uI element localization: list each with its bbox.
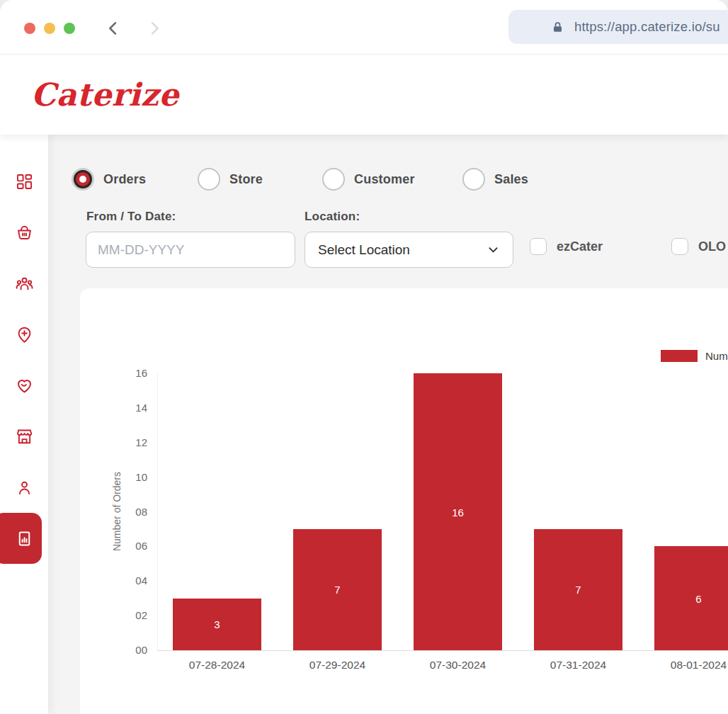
radio-label: Store xyxy=(229,172,263,187)
maximize-window-icon[interactable] xyxy=(64,23,75,34)
radio-sales[interactable]: Sales xyxy=(462,168,528,191)
sidebar-item-locations[interactable] xyxy=(0,309,48,360)
y-axis-tick-label: 04 xyxy=(135,574,147,587)
legend-swatch xyxy=(661,350,698,362)
location-label: Location: xyxy=(305,210,360,224)
app-header: Caterize xyxy=(0,54,728,135)
y-axis-tick-label: 14 xyxy=(135,402,147,414)
legend-label: Number of Orders xyxy=(705,350,728,362)
date-range-input[interactable] xyxy=(86,232,295,268)
y-axis-title: Number of Orders xyxy=(111,472,123,551)
sidebar-item-customers[interactable] xyxy=(0,258,48,309)
checkbox-label: OLO xyxy=(698,239,726,254)
radio-label: Sales xyxy=(494,172,528,187)
browser-bar: https://app.caterize.io/su xyxy=(0,0,728,55)
x-axis-tick-label: 07-29-2024 xyxy=(309,659,365,672)
date-range-label: From / To Date: xyxy=(86,210,176,224)
y-axis-tick-label: 06 xyxy=(135,540,147,552)
x-axis-tick-label: 07-30-2024 xyxy=(430,659,486,672)
favorites-icon xyxy=(15,376,34,395)
profile-icon xyxy=(15,478,34,497)
bar-07-30-2024[interactable]: 16 xyxy=(414,373,502,650)
back-button[interactable] xyxy=(103,18,123,38)
radio-label: Customer xyxy=(354,172,415,187)
sidebar-item-store[interactable] xyxy=(0,411,48,462)
lock-icon xyxy=(551,21,564,34)
sidebar-item-dashboard[interactable] xyxy=(0,156,48,207)
bar-value-label: 7 xyxy=(575,584,581,596)
radio-circle xyxy=(198,168,220,191)
chevron-left-icon xyxy=(103,18,123,38)
chevron-down-icon xyxy=(487,243,500,256)
x-axis-tick-label: 07-31-2024 xyxy=(550,659,606,672)
store-icon xyxy=(15,427,34,446)
bar-value-label: 16 xyxy=(452,506,464,518)
y-axis-tick-label: 00 xyxy=(135,644,147,657)
checkbox-label: ezCater xyxy=(557,239,603,254)
radio-circle xyxy=(462,168,485,191)
location-add-icon xyxy=(15,325,34,344)
x-axis-tick-label: 08-01-2024 xyxy=(671,659,727,672)
checkbox-box xyxy=(530,238,547,255)
sidebar-item-orders[interactable] xyxy=(0,207,48,258)
bar-value-label: 6 xyxy=(695,592,701,604)
chart-legend: Number of Orders xyxy=(661,350,728,362)
reports-icon xyxy=(15,529,34,548)
y-axis-tick-label: 12 xyxy=(135,436,147,449)
caterize-logo[interactable]: Caterize xyxy=(31,76,179,113)
y-axis-tick-label: 10 xyxy=(135,471,147,484)
close-window-icon[interactable] xyxy=(24,23,35,34)
y-axis-tick-label: 16 xyxy=(135,367,147,380)
radio-circle xyxy=(72,168,94,191)
bar-07-31-2024[interactable]: 7 xyxy=(534,529,622,650)
bar-07-29-2024[interactable]: 7 xyxy=(293,529,382,650)
radio-orders[interactable]: Orders xyxy=(72,168,146,191)
sidebar-item-profile[interactable] xyxy=(0,462,48,513)
orders-chart-card: Number of Orders Number of Orders 307-28… xyxy=(80,288,728,714)
dashboard-icon xyxy=(15,172,34,191)
radio-store[interactable]: Store xyxy=(198,168,263,191)
y-axis-tick-label: 08 xyxy=(135,506,147,518)
bar-plot: 307-28-2024707-29-20241607-30-2024707-31… xyxy=(157,373,728,651)
sidebar-item-favorites[interactable] xyxy=(0,360,48,411)
sidebar xyxy=(0,135,48,714)
customers-icon xyxy=(15,274,34,293)
app-window: https://app.caterize.io/su Caterize xyxy=(0,0,728,714)
bar-value-label: 7 xyxy=(334,584,340,596)
bar-value-label: 3 xyxy=(214,618,220,630)
basket-icon xyxy=(15,223,34,242)
checkbox-olo[interactable]: OLO xyxy=(671,238,726,255)
bar-08-01-2024[interactable]: 6 xyxy=(654,546,728,650)
radio-circle xyxy=(322,168,345,191)
x-axis-tick-label: 07-28-2024 xyxy=(189,659,245,672)
bar-07-28-2024[interactable]: 3 xyxy=(173,599,261,650)
minimize-window-icon[interactable] xyxy=(44,23,55,34)
location-select-value: Select Location xyxy=(318,242,410,258)
url-text: https://app.caterize.io/su xyxy=(574,19,720,35)
sidebar-item-reports[interactable] xyxy=(0,513,48,564)
checkbox-ezcater[interactable]: ezCater xyxy=(530,238,603,255)
checkbox-box xyxy=(671,238,688,255)
chevron-right-icon xyxy=(144,18,164,38)
address-bar[interactable]: https://app.caterize.io/su xyxy=(508,10,728,44)
y-axis-tick-label: 02 xyxy=(135,609,147,622)
forward-button[interactable] xyxy=(144,18,164,38)
location-select[interactable]: Select Location xyxy=(305,232,513,268)
radio-customer[interactable]: Customer xyxy=(322,168,415,191)
radio-label: Orders xyxy=(103,172,146,187)
